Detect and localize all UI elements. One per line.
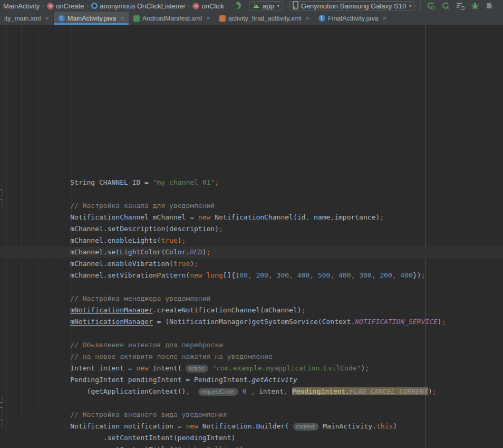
gutter-fold-marker: [0, 396, 3, 403]
breadcrumb-label: MainActivity: [3, 2, 40, 10]
method-icon: m: [192, 3, 199, 9]
rerun-icon[interactable]: [427, 2, 435, 10]
tab-close-icon[interactable]: ×: [45, 15, 49, 22]
breadcrumb-item[interactable]: anonymous OnClickListener: [90, 2, 187, 10]
method-icon: m: [47, 3, 54, 9]
android-icon: [253, 2, 260, 10]
tab-label: MainActivity.java: [67, 15, 116, 22]
gutter-fold-marker: [0, 189, 3, 196]
breadcrumb-label: onClick: [201, 2, 224, 10]
code-line[interactable]: (getApplicationContext(), requestCode: 0…: [0, 386, 503, 397]
editor-tab[interactable]: AndroidManifest.xml×: [129, 12, 215, 25]
attach-debugger-icon[interactable]: [486, 2, 494, 10]
tab-close-icon[interactable]: ×: [206, 15, 210, 22]
breadcrumb-item[interactable]: MainActivity: [2, 2, 41, 10]
tab-label: FinalActtivity.java: [328, 15, 379, 22]
code-line[interactable]: mChannel.setLightColor(Color.RED);: [0, 246, 503, 258]
anonymous-class-icon: [91, 3, 98, 9]
parameter-hint: context:: [293, 423, 319, 431]
apply-code-changes-icon[interactable]: A: [441, 2, 450, 10]
code-line[interactable]: .setContentIntent(pendingIntent): [0, 432, 503, 444]
chevron-down-icon: ▾: [277, 4, 279, 8]
main-toolbar: MainActivity›monCreate›anonymous OnClick…: [0, 0, 503, 12]
java-class-icon: C: [318, 15, 325, 22]
code-line[interactable]: // Настройка внешнего вида уведомления: [0, 409, 503, 421]
code-line[interactable]: Notification notification = new Notifica…: [0, 421, 503, 432]
run-configuration-dropdown[interactable]: app ▾: [249, 1, 283, 11]
profiler-icon[interactable]: [456, 2, 465, 10]
code-line[interactable]: Intent intent = new Intent( action: "com…: [0, 363, 503, 374]
tab-close-icon[interactable]: ×: [120, 15, 124, 22]
toolbar-action-icons: A: [427, 2, 503, 10]
code-line[interactable]: // Настройка менеджера уведомлений: [0, 293, 503, 304]
gutter-fold-marker: [0, 199, 3, 206]
code-line[interactable]: PendingIntent pendingIntent = PendingInt…: [0, 374, 503, 386]
debug-icon[interactable]: [471, 2, 479, 10]
toolbar-separator: [420, 2, 421, 10]
java-class-icon: C: [58, 15, 65, 22]
breadcrumb-separator: ›: [188, 3, 190, 9]
breadcrumb-separator: ›: [87, 3, 89, 9]
tab-close-icon[interactable]: ×: [305, 15, 309, 22]
tab-label: AndroidManifest.xml: [142, 15, 202, 22]
parameter-hint: action:: [186, 365, 208, 373]
breadcrumb-separator: ›: [42, 3, 44, 9]
code-line[interactable]: // на новое активити после нажатия на ув…: [0, 351, 503, 363]
run-configuration-label: app: [263, 2, 274, 10]
code-line[interactable]: String CHANNEL_ID = "my_channel_01";: [0, 177, 503, 188]
breadcrumb: MainActivity›monCreate›anonymous OnClick…: [2, 2, 225, 10]
code-line[interactable]: [0, 281, 503, 293]
breadcrumb-item[interactable]: monClick: [191, 2, 225, 10]
code-line[interactable]: mChannel.setDescription(description);: [0, 223, 503, 235]
tab-label: ity_main.xml: [4, 15, 41, 22]
code-line[interactable]: // Обьявление интентов для переброски: [0, 339, 503, 351]
gutter-fold-marker: [0, 420, 3, 426]
editor-tab[interactable]: CMainActivity.java×: [54, 12, 129, 25]
code-line[interactable]: mNotificationManager.createNotificationC…: [0, 304, 503, 316]
code-line[interactable]: // Настройка канала для уведомлений: [0, 200, 503, 212]
breadcrumb-label: anonymous OnClickListener: [100, 2, 186, 10]
code-line[interactable]: [0, 397, 503, 409]
editor-tab-bar: ity_main.xml×CMainActivity.java×AndroidM…: [0, 12, 503, 25]
layout-xml-icon: [219, 15, 226, 22]
device-selector-label: Genymotion Samsung Galaxy S10: [301, 2, 406, 10]
code-line[interactable]: [0, 188, 503, 200]
breadcrumb-label: onCreate: [56, 2, 84, 10]
phone-icon: [293, 1, 298, 11]
device-selector-dropdown[interactable]: Genymotion Samsung Galaxy S10 ▾: [289, 1, 415, 11]
code-line[interactable]: .setContentTitle("Codeby Calling"): [0, 444, 503, 448]
code-editor[interactable]: String CHANNEL_ID = "my_channel_01"; // …: [0, 25, 503, 448]
code-line[interactable]: mChannel.enableLights(true);: [0, 235, 503, 246]
code-line[interactable]: NotificationChannel mChannel = new Notif…: [0, 212, 503, 223]
editor-tab[interactable]: ity_main.xml×: [0, 12, 54, 25]
breadcrumb-item[interactable]: monCreate: [46, 2, 85, 10]
code-line[interactable]: mNotificationManager = (NotificationMana…: [0, 316, 503, 328]
svg-text:A: A: [447, 6, 450, 10]
gutter-fold-marker: [0, 407, 3, 414]
tab-label: activity_final_acttivity.xml: [228, 15, 302, 22]
editor-tab[interactable]: CFinalActtivity.java×: [314, 12, 391, 25]
manifest-icon: [133, 15, 140, 22]
chevron-down-icon: ▾: [409, 4, 411, 8]
build-hammer-icon[interactable]: [235, 2, 243, 10]
code-line[interactable]: mChannel.enableVibration(true);: [0, 258, 503, 270]
editor-tab[interactable]: activity_final_acttivity.xml×: [215, 12, 314, 25]
code-line[interactable]: [0, 328, 503, 339]
tab-close-icon[interactable]: ×: [383, 15, 387, 22]
parameter-hint: requestCode:: [198, 388, 238, 396]
code-line[interactable]: mChannel.setVibrationPattern(new long[]{…: [0, 270, 503, 281]
